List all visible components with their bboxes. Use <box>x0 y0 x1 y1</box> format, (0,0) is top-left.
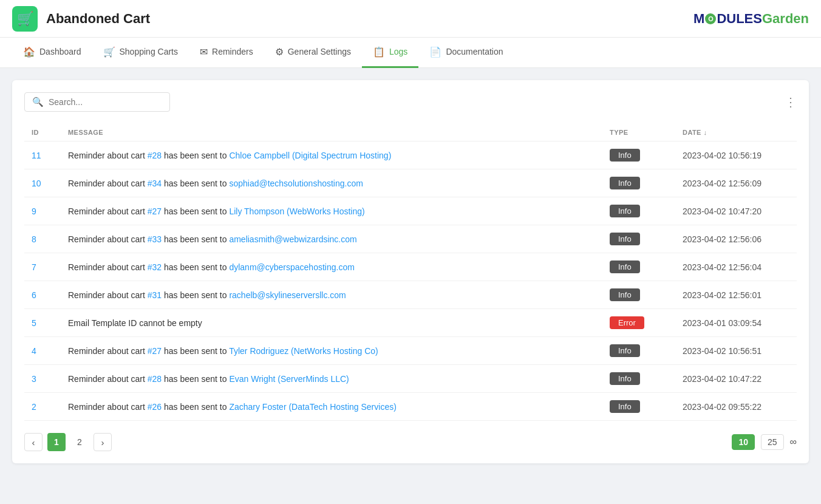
search-input[interactable] <box>49 97 162 107</box>
row-date: 2023-04-02 10:56:51 <box>675 337 797 365</box>
row-id[interactable]: 11 <box>24 141 61 169</box>
contact-link[interactable]: ameliasmith@webwizardsinc.com <box>229 234 356 244</box>
app-header: 🛒 Abandoned Cart MODULESGarden <box>0 0 821 38</box>
contact-link[interactable]: dylanm@cyberspacehosting.com <box>229 262 354 272</box>
nav-item-dashboard[interactable]: 🏠 Dashboard <box>12 38 92 68</box>
row-message: Email Template ID cannot be empty <box>61 309 602 337</box>
nav-item-documentation[interactable]: 📄 Documentation <box>418 38 514 68</box>
cart-ref-link[interactable]: #27 <box>148 346 162 356</box>
row-type: Info <box>602 281 675 309</box>
row-id[interactable]: 6 <box>24 281 61 309</box>
mail-icon: ✉ <box>200 46 208 58</box>
contact-link[interactable]: Evan Wright (ServerMinds LLC) <box>229 374 349 384</box>
row-id[interactable]: 2 <box>24 393 61 421</box>
modulesgarden-logo: MODULESGarden <box>693 11 809 27</box>
col-type: Type <box>602 124 675 141</box>
logo-m: M <box>693 11 704 27</box>
table-row: 8Reminder about cart #33 has been sent t… <box>24 225 797 253</box>
row-date: 2023-04-02 12:56:06 <box>675 225 797 253</box>
row-message: Reminder about cart #27 has been sent to… <box>61 197 602 225</box>
row-id[interactable]: 5 <box>24 309 61 337</box>
row-date: 2023-04-02 12:56:09 <box>675 169 797 197</box>
prev-page-button[interactable]: ‹ <box>24 433 43 451</box>
row-date: 2023-04-02 10:56:19 <box>675 141 797 169</box>
type-badge: Info <box>610 149 640 162</box>
contact-link[interactable]: Chloe Campbell (Digital Spectrum Hosting… <box>229 151 391 160</box>
pagination-left: ‹ 1 2 › <box>24 433 112 451</box>
app-icon: 🛒 <box>12 6 38 32</box>
table-header-row: ID Message Type Date ↓ <box>24 124 797 141</box>
row-message: Reminder about cart #33 has been sent to… <box>61 225 602 253</box>
nav-item-reminders[interactable]: ✉ Reminders <box>189 38 264 68</box>
row-id[interactable]: 4 <box>24 337 61 365</box>
nav-label-documentation: Documentation <box>446 47 503 56</box>
row-type: Info <box>602 141 675 169</box>
contact-link[interactable]: rachelb@skylineserversllc.com <box>229 290 346 300</box>
doc-icon: 📄 <box>429 46 441 58</box>
table-row: 4Reminder about cart #27 has been sent t… <box>24 337 797 365</box>
nav-item-shopping-carts[interactable]: 🛒 Shopping Carts <box>92 38 189 68</box>
row-date: 2023-04-02 12:56:04 <box>675 253 797 281</box>
kebab-menu-icon[interactable]: ⋮ <box>785 95 797 109</box>
cart-ref-link[interactable]: #31 <box>148 290 162 300</box>
cart-ref-link[interactable]: #28 <box>148 151 162 160</box>
page-2-button[interactable]: 2 <box>70 433 89 451</box>
per-page-10-button[interactable]: 10 <box>732 434 755 450</box>
app-title: Abandoned Cart <box>46 11 150 27</box>
row-id[interactable]: 7 <box>24 253 61 281</box>
row-type: Info <box>602 197 675 225</box>
row-message: Reminder about cart #27 has been sent to… <box>61 337 602 365</box>
logs-card: 🔍 ⋮ ID Message Type Date ↓ 11Reminder ab… <box>12 80 809 463</box>
type-badge: Error <box>610 316 644 329</box>
cart-icon: 🛒 <box>103 46 115 58</box>
row-message: Reminder about cart #32 has been sent to… <box>61 253 602 281</box>
logs-table: ID Message Type Date ↓ 11Reminder about … <box>24 124 797 421</box>
table-row: 10Reminder about cart #34 has been sent … <box>24 169 797 197</box>
contact-link[interactable]: Tyler Rodriguez (NetWorks Hosting Co) <box>229 346 378 356</box>
per-page-all-button[interactable]: ∞ <box>790 437 797 448</box>
contact-link[interactable]: Zachary Foster (DataTech Hosting Service… <box>229 402 396 412</box>
type-badge: Info <box>610 344 640 357</box>
search-icon: 🔍 <box>32 97 44 107</box>
main-content: 🔍 ⋮ ID Message Type Date ↓ 11Reminder ab… <box>0 68 821 475</box>
row-date: 2023-04-01 03:09:54 <box>675 309 797 337</box>
contact-link[interactable]: sophiad@techsolutionshosting.com <box>229 179 363 188</box>
row-id[interactable]: 9 <box>24 197 61 225</box>
row-type: Info <box>602 393 675 421</box>
table-row: 6Reminder about cart #31 has been sent t… <box>24 281 797 309</box>
cart-ref-link[interactable]: #33 <box>148 234 162 244</box>
row-type: Info <box>602 169 675 197</box>
type-badge: Info <box>610 233 640 245</box>
row-id[interactable]: 8 <box>24 225 61 253</box>
cart-ref-link[interactable]: #27 <box>148 206 162 216</box>
nav-item-logs[interactable]: 📋 Logs <box>362 38 418 68</box>
row-message: Reminder about cart #28 has been sent to… <box>61 365 602 393</box>
search-row: 🔍 ⋮ <box>24 92 797 112</box>
row-id[interactable]: 10 <box>24 169 61 197</box>
home-icon: 🏠 <box>23 46 35 58</box>
row-message: Reminder about cart #34 has been sent to… <box>61 169 602 197</box>
cart-ref-link[interactable]: #32 <box>148 262 162 272</box>
cart-ref-link[interactable]: #26 <box>148 402 162 412</box>
logo-dules: DULES <box>717 11 762 27</box>
type-badge: Info <box>610 261 640 273</box>
next-page-button[interactable]: › <box>94 433 112 451</box>
contact-link[interactable]: Lily Thompson (WebWorks Hosting) <box>229 206 364 216</box>
row-id[interactable]: 3 <box>24 365 61 393</box>
col-id: ID <box>24 124 61 141</box>
table-row: 9Reminder about cart #27 has been sent t… <box>24 197 797 225</box>
cart-ref-link[interactable]: #28 <box>148 374 162 384</box>
nav-item-general-settings[interactable]: ⚙ General Settings <box>264 38 362 68</box>
pagination-right: 10 25 ∞ <box>732 434 797 450</box>
table-row: 11Reminder about cart #28 has been sent … <box>24 141 797 169</box>
search-box: 🔍 <box>24 92 170 112</box>
cart-ref-link[interactable]: #34 <box>148 179 162 188</box>
table-row: 3Reminder about cart #28 has been sent t… <box>24 365 797 393</box>
row-type: Info <box>602 337 675 365</box>
col-date[interactable]: Date ↓ <box>675 124 797 141</box>
nav-label-reminders: Reminders <box>212 47 253 56</box>
logs-icon: 📋 <box>373 46 385 58</box>
table-row: 5Email Template ID cannot be emptyError2… <box>24 309 797 337</box>
page-1-button[interactable]: 1 <box>47 433 66 451</box>
per-page-25-button[interactable]: 25 <box>761 434 784 450</box>
